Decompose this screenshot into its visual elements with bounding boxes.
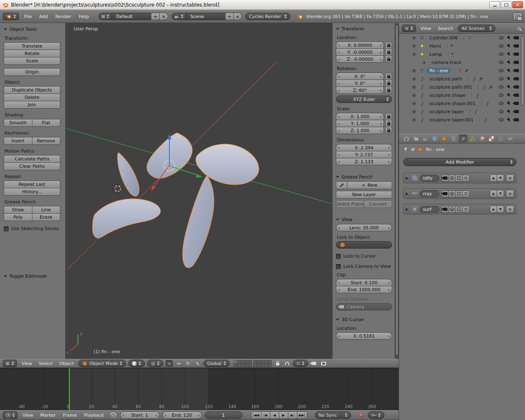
outliner-row[interactable]: ⊕ Lamp *	[399, 50, 525, 58]
outliner-scrollbar[interactable]	[521, 36, 524, 106]
tab-scene[interactable]	[421, 135, 429, 143]
renderability-toggle-icon[interactable]	[514, 61, 519, 64]
viewport-toggle-icon[interactable]	[448, 175, 456, 182]
gp-new-button[interactable]: +New	[347, 181, 392, 189]
selectability-toggle-icon[interactable]	[507, 93, 511, 98]
render-toggle-icon[interactable]	[441, 206, 449, 213]
outliner-row-active[interactable]: ⊕ ▽ fin - one ▽	[399, 66, 525, 75]
view-panel-header[interactable]: View	[336, 217, 392, 222]
layer-cell[interactable]	[245, 360, 248, 363]
frame-menu[interactable]: Frame	[61, 413, 79, 418]
visibility-toggle-icon[interactable]	[499, 52, 504, 56]
toggle-editmode-panel-header[interactable]: Toggle Editmode	[4, 274, 47, 279]
visibility-toggle-icon[interactable]	[499, 69, 504, 72]
expand-icon[interactable]: ⊕	[412, 117, 418, 123]
pin-icon[interactable]	[403, 147, 408, 152]
outliner-row[interactable]: + camera track	[399, 58, 525, 66]
gp-poly-button[interactable]: Poly	[4, 213, 32, 221]
layer-cell[interactable]	[261, 360, 264, 363]
add-menu[interactable]: Add	[37, 14, 50, 19]
move-modifier-down-button[interactable]: ▼	[497, 205, 504, 213]
tab-world[interactable]	[431, 135, 439, 143]
tab-texture[interactable]	[487, 135, 495, 143]
lock-location-z-button[interactable]	[385, 55, 392, 63]
layer-cell[interactable]	[249, 364, 252, 367]
gp-line-button[interactable]: Line	[32, 206, 61, 214]
tab-material[interactable]	[478, 135, 486, 143]
outliner-row[interactable]: ⊕ ʃ sculpture taper.001 ʃ	[399, 116, 525, 124]
delete-modifier-button[interactable]: ×	[506, 174, 514, 182]
lock-object-field[interactable]	[336, 241, 392, 249]
expand-icon[interactable]: ⊕	[412, 43, 418, 49]
repeat-last-button[interactable]: Repeat Last	[4, 180, 60, 188]
outliner-row[interactable]: ⊕ ʃ sculpture taper ʃ	[399, 107, 525, 116]
lock-rotation-y-button[interactable]	[385, 80, 392, 87]
manipulator-toggle-icon[interactable]: +	[166, 360, 173, 367]
playback-menu[interactable]: Playback	[82, 413, 106, 418]
visibility-toggle-icon[interactable]	[499, 118, 504, 121]
visibility-toggle-icon[interactable]	[499, 85, 504, 89]
editmode-toggle-icon[interactable]	[455, 190, 463, 197]
scale-button[interactable]: Scale	[4, 57, 60, 65]
remove-keyframe-button[interactable]: Remove	[32, 137, 61, 145]
outliner-display-mode-selector[interactable]: All Scenes	[458, 25, 495, 32]
editor-type-selector[interactable]: ≡	[402, 25, 416, 32]
cage-toggle-icon[interactable]	[462, 190, 470, 197]
scale-z-field[interactable]: Z: 1.000	[336, 127, 384, 134]
delete-modifier-button[interactable]: ×	[506, 190, 514, 197]
layer-cell[interactable]	[253, 364, 257, 367]
rotation-x-field[interactable]: X: 0°	[336, 73, 384, 80]
delete-screen-button[interactable]: ×	[159, 13, 168, 20]
layer-cell[interactable]	[257, 364, 260, 367]
visibility-toggle-icon[interactable]	[499, 110, 504, 113]
viewport-shading-selector[interactable]	[128, 360, 145, 367]
cursor-x-field[interactable]: X: 0.5161	[336, 332, 392, 340]
jump-to-end-button[interactable]: ▶▶|	[297, 411, 307, 419]
origin-button[interactable]: Origin	[4, 68, 60, 76]
keying-set-selector[interactable]	[368, 411, 384, 419]
layer-cell[interactable]	[268, 360, 272, 363]
editor-type-selector[interactable]: ⊞	[3, 360, 17, 367]
view-menu[interactable]: View	[19, 361, 34, 366]
editor-type-selector[interactable]	[3, 13, 19, 20]
rotate-manipulator-icon[interactable]: ↻	[185, 360, 192, 367]
modifier-name-field[interactable]: surf	[420, 206, 439, 213]
screen-browse-button[interactable]: ⊞	[98, 13, 112, 20]
layer-cell[interactable]	[257, 360, 260, 363]
lock-to-cursor-row[interactable]: Lock to Cursor	[336, 253, 392, 259]
selectability-toggle-icon[interactable]	[507, 84, 511, 89]
frame-start-field[interactable]: Start: 1	[120, 411, 160, 419]
layer-cell[interactable]	[241, 360, 244, 363]
object-menu[interactable]: Object	[57, 361, 76, 366]
outliner-item-label[interactable]: sculpture shape.001	[427, 100, 478, 107]
visibility-toggle-icon[interactable]	[499, 77, 504, 80]
transform-panel-header[interactable]: Transform	[336, 26, 392, 32]
outliner-item-label-selected[interactable]: fin - one	[427, 68, 451, 74]
tab-constraints[interactable]	[450, 135, 458, 143]
add-screen-button[interactable]: +	[151, 13, 160, 20]
rotation-z-field[interactable]: Z: 60°	[336, 87, 384, 94]
sketching-sessions-checkbox-row[interactable]: Use Sketching Sessio	[4, 226, 60, 231]
selectability-toggle-icon[interactable]	[507, 43, 511, 48]
expand-icon[interactable]: ⊕	[412, 35, 418, 41]
tab-particles[interactable]	[497, 135, 505, 143]
tab-modifiers[interactable]	[459, 135, 467, 143]
expand-icon[interactable]: ▶	[406, 192, 410, 196]
visibility-toggle-icon[interactable]	[499, 102, 504, 105]
snap-magnet-icon[interactable]	[283, 360, 290, 367]
add-scene-button[interactable]: +	[225, 13, 234, 20]
current-frame-indicator[interactable]	[69, 368, 70, 410]
move-modifier-down-button[interactable]: ▼	[497, 174, 504, 182]
layer-cell-active[interactable]	[234, 360, 237, 363]
expand-icon[interactable]: ▶	[406, 176, 410, 180]
layer-cell[interactable]	[241, 364, 244, 367]
tab-render-layers[interactable]	[412, 135, 420, 143]
n-panel-scrollbar[interactable]	[395, 23, 399, 359]
expand-icon[interactable]: ⊕	[412, 68, 418, 73]
outliner-item-label[interactable]: Hemi	[427, 43, 444, 49]
expand-icon[interactable]: ⊕	[412, 76, 418, 82]
layer-cell[interactable]	[253, 360, 257, 363]
lock-scale-y-button[interactable]	[385, 120, 392, 127]
duplicate-objects-button[interactable]: Duplicate Objects	[4, 86, 60, 94]
outliner-row[interactable]: ⊕ ʃ sculpture path ʃ	[399, 75, 525, 83]
